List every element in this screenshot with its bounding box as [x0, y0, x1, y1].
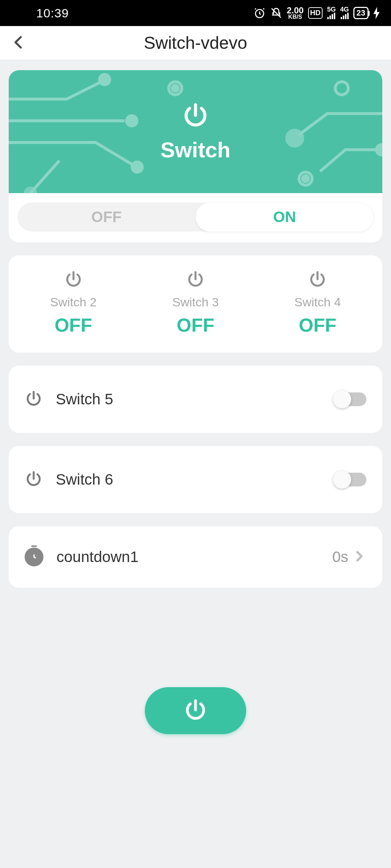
svg-point-3 — [132, 162, 142, 172]
chevron-right-icon — [352, 549, 366, 565]
main-switch-segmented: OFF ON — [17, 203, 374, 231]
switch-4-state: OFF — [299, 314, 336, 336]
svg-point-4 — [25, 188, 35, 193]
switch-2-state: OFF — [55, 314, 92, 336]
network-rate: 2.00 KB/S — [287, 7, 304, 20]
svg-point-11 — [335, 82, 348, 95]
switch-5-label: Switch 5 — [56, 391, 113, 408]
switch-6-toggle[interactable] — [335, 473, 366, 486]
mute-icon — [270, 7, 282, 19]
signal-5g: 5G — [327, 7, 336, 19]
status-time: 10:39 — [36, 6, 69, 20]
main-switch-hero[interactable]: Switch — [9, 70, 382, 193]
hd-badge: HD — [308, 7, 323, 19]
main-switch-card: Switch OFF ON — [9, 70, 382, 242]
switch-6-row: Switch 6 — [9, 446, 382, 513]
status-icons: 2.00 KB/S HD 5G 4G 23 — [253, 7, 380, 20]
segment-off[interactable]: OFF — [17, 203, 196, 231]
countdown-value: 0s — [332, 548, 348, 566]
signal-4g: 4G — [340, 7, 349, 19]
svg-point-6 — [172, 85, 178, 91]
switch-4-label: Switch 4 — [294, 295, 341, 309]
circuit-decoration-icon — [9, 70, 382, 193]
battery-indicator: 23 — [353, 7, 369, 19]
power-icon — [308, 270, 327, 290]
svg-point-8 — [377, 145, 382, 155]
chevron-left-icon — [11, 34, 27, 50]
charging-icon — [373, 7, 380, 19]
switch-grid-card: Switch 2 OFF Switch 3 OFF Switch 4 OFF — [9, 255, 382, 353]
power-icon — [183, 698, 208, 724]
power-icon — [25, 470, 43, 489]
svg-point-10 — [303, 176, 308, 182]
page-title: Switch-vdevo — [144, 33, 247, 53]
switch-5-row: Switch 5 — [9, 366, 382, 433]
countdown-row[interactable]: countdown1 0s — [9, 526, 382, 588]
power-icon — [25, 390, 43, 409]
content-area: Switch OFF ON Switch 2 OFF Switch 3 OFF … — [0, 60, 391, 868]
switch-4-button[interactable]: Switch 4 OFF — [294, 270, 341, 336]
master-power-button[interactable] — [145, 687, 246, 734]
switch-3-label: Switch 3 — [172, 295, 219, 309]
switch-3-state: OFF — [177, 314, 214, 336]
title-bar: Switch-vdevo — [0, 26, 391, 60]
switch-6-label: Switch 6 — [56, 471, 113, 488]
status-bar: 10:39 2.00 KB/S HD 5G 4G 23 — [0, 0, 391, 26]
switch-3-button[interactable]: Switch 3 OFF — [172, 270, 219, 336]
back-button[interactable] — [11, 34, 27, 52]
switch-2-label: Switch 2 — [50, 295, 97, 309]
segment-on[interactable]: ON — [196, 203, 374, 231]
switch-5-toggle[interactable] — [335, 392, 366, 406]
power-icon — [186, 270, 205, 290]
svg-point-1 — [100, 75, 110, 85]
svg-point-2 — [127, 116, 137, 126]
switch-2-button[interactable]: Switch 2 OFF — [50, 270, 97, 336]
timer-icon — [25, 548, 43, 566]
alarm-icon — [253, 7, 266, 19]
countdown-label: countdown1 — [56, 548, 139, 566]
svg-point-7 — [287, 130, 303, 146]
power-icon — [64, 270, 83, 290]
